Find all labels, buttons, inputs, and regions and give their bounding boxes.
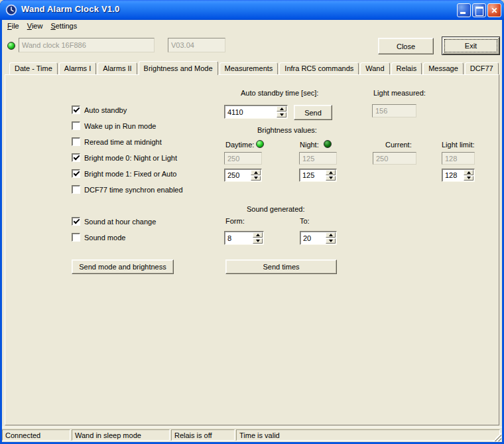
checkbox-box[interactable] [72, 106, 80, 114]
sound-generated-heading: Sound generated: [247, 205, 304, 213]
sound-to-field [300, 231, 337, 245]
status-wand-mode: Wand in sleep mode [72, 429, 170, 441]
night-led [324, 140, 332, 148]
tab-message[interactable]: Message [423, 62, 464, 74]
checkbox-label: DCF77 time synchron enabled [84, 186, 183, 194]
daytime-led [256, 140, 264, 148]
checkbox-box[interactable] [72, 217, 80, 226]
status-time-valid: Time is valid [236, 429, 500, 441]
status-connected: Connected [2, 429, 70, 441]
checkbox-label: Reread time at midnight [84, 138, 162, 146]
maximize-button[interactable] [472, 3, 486, 17]
tab-dcf77[interactable]: DCF77 [465, 62, 499, 74]
light-limit-current-field [442, 152, 475, 165]
current-brightness-field [373, 152, 416, 165]
checkbox-auto-standby[interactable]: Auto standby [72, 106, 127, 114]
light-limit-setting-field [442, 169, 475, 182]
sound-to-input[interactable] [302, 232, 325, 244]
light-measured-field [372, 104, 416, 117]
spin-up-button[interactable] [326, 232, 336, 238]
night-setting-input[interactable] [301, 170, 325, 181]
checkbox-dcf77-sync[interactable]: DCF77 time synchron enabled [72, 185, 183, 194]
night-setting-field [299, 169, 337, 182]
checkbox-box[interactable] [72, 121, 80, 130]
app-window: Wand Alarm Clock V1.0 File View Settings… [0, 0, 504, 444]
tab-alarms-i[interactable]: Alarms I [59, 62, 96, 74]
spin-up-button[interactable] [253, 232, 263, 238]
title-bar[interactable]: Wand Alarm Clock V1.0 [0, 0, 504, 20]
checkbox-label: Sound at hour change [84, 218, 156, 226]
daytime-label: Daytime: [225, 141, 254, 149]
spin-up-button[interactable] [277, 106, 286, 111]
device-name-field [19, 38, 155, 52]
tab-infra-rc5-commands[interactable]: Infra RC5 commands [279, 62, 359, 74]
sound-from-label: Form: [225, 217, 245, 225]
checkbox-wake-up-run-mode[interactable]: Wake up in Run mode [72, 121, 156, 130]
firmware-version-field [168, 38, 225, 52]
checkbox-label: Auto standby [84, 106, 127, 114]
auto-standby-time-label: Auto standby time [sec]: [241, 89, 318, 97]
menu-settings[interactable]: Settings [48, 21, 82, 32]
resize-grip[interactable] [493, 433, 501, 441]
tab-measurements[interactable]: Measurements [220, 62, 279, 74]
daytime-setting-field [224, 169, 262, 182]
clock-icon [5, 4, 17, 16]
window-title: Wand Alarm Clock V1.0 [21, 4, 119, 14]
tab-wand[interactable]: Wand [360, 62, 389, 74]
checkbox-box[interactable] [72, 233, 80, 242]
sound-to-label: To: [300, 217, 310, 225]
checkbox-reread-time-midnight[interactable]: Reread time at midnight [72, 137, 162, 146]
spin-down-button[interactable] [253, 238, 263, 244]
checkbox-bright-mode-0[interactable]: Bright mode 0: Night or Light [72, 153, 177, 162]
tab-relais[interactable]: Relais [391, 62, 422, 74]
brightness-values-heading: Brightness values: [257, 126, 317, 134]
light-measured-label: Light measured: [373, 89, 426, 97]
spin-up-button[interactable] [326, 170, 336, 175]
send-times-button[interactable]: Send times [225, 259, 337, 274]
checkbox-box[interactable] [72, 137, 80, 146]
spin-up-button[interactable] [464, 170, 473, 175]
night-label: Night: [300, 141, 319, 149]
exit-button[interactable]: Exit [442, 37, 500, 55]
tab-alarms-ii[interactable]: Alarms II [97, 62, 137, 74]
spin-down-button[interactable] [464, 176, 473, 181]
menu-file[interactable]: File [5, 21, 25, 32]
auto-standby-time-input[interactable] [226, 106, 276, 117]
spin-down-button[interactable] [326, 238, 336, 244]
sound-from-field [224, 231, 264, 245]
checkbox-sound-mode[interactable]: Sound mode [72, 233, 125, 242]
spin-down-button[interactable] [277, 112, 286, 117]
send-standby-button[interactable]: Send [294, 105, 332, 120]
tab-date-time[interactable]: Date - Time [9, 62, 58, 74]
minimize-button[interactable] [457, 3, 471, 17]
current-label: Current: [385, 141, 412, 149]
light-limit-setting-input[interactable] [444, 170, 463, 181]
spin-down-button[interactable] [251, 176, 261, 181]
tab-brightness-and-mode[interactable]: Brightness and Mode [139, 61, 218, 75]
spin-up-button[interactable] [251, 170, 261, 175]
daytime-current-field [224, 152, 262, 165]
menu-view[interactable]: View [25, 21, 48, 32]
checkbox-label: Wake up in Run mode [84, 122, 156, 130]
sound-from-input[interactable] [226, 232, 252, 244]
spin-down-button[interactable] [326, 176, 336, 181]
checkbox-box[interactable] [72, 185, 80, 194]
daytime-setting-input[interactable] [226, 170, 250, 181]
checkbox-box[interactable] [72, 153, 80, 162]
checkbox-sound-hour-change[interactable]: Sound at hour change [72, 217, 156, 226]
light-limit-label: Light limit: [442, 141, 475, 149]
checkbox-box[interactable] [72, 169, 80, 178]
status-bar: Connected Wand in sleep mode Relais is o… [2, 427, 502, 442]
auto-standby-time-field [224, 105, 288, 119]
checkbox-label: Sound mode [84, 234, 125, 242]
status-relais: Relais is off [171, 429, 235, 441]
tab-strip: Date - Time Alarms I Alarms II Brightnes… [9, 60, 500, 74]
connection-led [7, 42, 15, 50]
night-current-field [299, 152, 337, 165]
checkbox-bright-mode-1[interactable]: Bright mode 1: Fixed or Auto [72, 169, 176, 178]
send-mode-and-brightness-button[interactable]: Send mode and brightness [72, 259, 174, 274]
close-button[interactable]: Close [378, 38, 434, 54]
menu-bar: File View Settings [2, 20, 502, 33]
checkbox-label: Bright mode 1: Fixed or Auto [84, 170, 176, 178]
close-window-button[interactable] [487, 3, 501, 17]
